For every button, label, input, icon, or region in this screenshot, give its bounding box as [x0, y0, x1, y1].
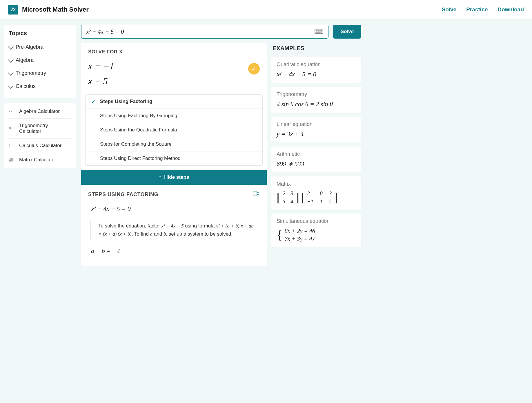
solution-line: x = −1 — [88, 59, 123, 74]
step-detail-heading: STEPS USING FACTORING — [88, 191, 158, 198]
step-method-factoring[interactable]: Steps Using Factoring — [86, 95, 262, 109]
calc-label: Trigonometry Calculator — [19, 123, 71, 134]
topic-algebra[interactable]: Algebra — [9, 54, 71, 67]
step-methods: Steps Using Factoring Steps Using Factor… — [85, 94, 263, 166]
example-math: x² − 4x − 5 = 0 — [277, 71, 356, 78]
theta-icon: θ — [9, 126, 15, 131]
results-panel: SOLVE FOR X x = −1 x = 5 ✓ Steps Using F… — [81, 43, 267, 266]
hide-steps-button[interactable]: ↑ Hide steps — [81, 170, 267, 185]
example-quadratic[interactable]: Quadratic equation x² − 4x − 5 = 0 — [271, 57, 361, 83]
topic-label: Calculus — [16, 83, 36, 89]
example-title: Quadratic equation — [277, 62, 356, 68]
example-simultaneous[interactable]: Simultaneous equation { 8x + 2y = 46 7x … — [271, 214, 361, 247]
chevron-down-icon — [8, 83, 14, 89]
step-method-direct-factoring[interactable]: Steps Using Direct Factoring Method — [86, 151, 262, 165]
nav-practice[interactable]: Practice — [466, 6, 488, 13]
step-method-quadratic[interactable]: Steps Using the Quadratic Formula — [86, 123, 262, 137]
examples-heading: EXAMPLES — [271, 43, 361, 52]
example-title: Simultaneous equation — [277, 218, 356, 224]
chevron-down-icon — [8, 70, 14, 76]
example-title: Linear equation — [277, 121, 356, 127]
equation-text: x² − 4x − 5 = 0 — [86, 28, 124, 35]
step-method-grouping[interactable]: Steps Using Factoring By Grouping — [86, 109, 262, 123]
example-linear[interactable]: Linear equation y = 3x + 4 — [271, 117, 361, 142]
calc-label: Matrix Calculator — [19, 157, 56, 163]
hide-steps-label: Hide steps — [164, 174, 189, 180]
example-math: y = 3x + 4 — [277, 130, 356, 138]
example-math: 4 sin θ cos θ = 2 sin θ — [277, 100, 356, 108]
topic-label: Pre-Algebra — [16, 44, 43, 50]
chevron-down-icon — [8, 44, 14, 50]
arrow-up-icon: ↑ — [159, 174, 161, 180]
x-squared-icon: x² — [9, 109, 15, 114]
example-arithmetic[interactable]: Arithmetic 699 ∗ 533 — [271, 147, 361, 172]
topic-trigonometry[interactable]: Trigonometry — [9, 67, 71, 80]
example-title: Trigonometry — [277, 91, 356, 97]
example-math: [ 23 54 ] [ 203 −115 ] — [277, 190, 356, 205]
step-equation: a + b = −4 — [91, 247, 260, 255]
example-math: 699 ∗ 533 — [277, 160, 356, 168]
step-detail: STEPS USING FACTORING x² − 4x − 5 = 0 To… — [81, 185, 267, 266]
calc-algebra[interactable]: x² Algebra Calculator — [9, 104, 71, 119]
solve-button[interactable]: Solve — [333, 25, 361, 39]
topic-pre-algebra[interactable]: Pre-Algebra — [9, 41, 71, 54]
solution-answers: x = −1 x = 5 — [88, 59, 123, 88]
matrix-icon: ▦ — [9, 157, 15, 162]
step-explanation: To solve the equation, factor x² − 4x − … — [90, 220, 257, 240]
integral-icon: ∫ — [9, 143, 15, 148]
example-math: { 8x + 2y = 46 7x + 3y = 47 — [277, 227, 356, 243]
calculators-panel: x² Algebra Calculator θ Trigonometry Cal… — [4, 103, 76, 168]
brand[interactable]: √x Microsoft Math Solver — [8, 5, 89, 15]
svg-rect-0 — [253, 191, 257, 196]
brand-logo: √x — [8, 5, 18, 15]
nav-solve[interactable]: Solve — [442, 6, 457, 13]
calc-label: Calculus Calculator — [19, 143, 61, 149]
step-equation: x² − 4x − 5 = 0 — [91, 205, 260, 213]
topic-label: Algebra — [16, 57, 34, 63]
example-matrix[interactable]: Matrix [ 23 54 ] [ 203 −115 ] — [271, 176, 361, 209]
topic-label: Trigonometry — [16, 70, 46, 76]
solution-heading: SOLVE FOR X — [88, 49, 123, 55]
header: √x Microsoft Math Solver Solve Practice … — [0, 0, 532, 19]
calc-label: Algebra Calculator — [19, 109, 60, 114]
nav-download[interactable]: Download — [497, 6, 524, 13]
nav-links: Solve Practice Download — [442, 6, 524, 13]
example-trig[interactable]: Trigonometry 4 sin θ cos θ = 2 sin θ — [271, 87, 361, 113]
example-title: Matrix — [277, 181, 356, 187]
check-icon: ✓ — [248, 63, 260, 75]
examples-panel: EXAMPLES Quadratic equation x² − 4x − 5 … — [271, 43, 361, 266]
topic-calculus[interactable]: Calculus — [9, 80, 71, 93]
speaker-icon[interactable] — [253, 191, 260, 198]
calc-trig[interactable]: θ Trigonometry Calculator — [9, 119, 71, 139]
equation-input[interactable]: x² − 4x − 5 = 0 ⌨ — [81, 25, 328, 39]
brand-title: Microsoft Math Solver — [22, 6, 89, 13]
step-method-complete-square[interactable]: Steps for Completing the Square — [86, 137, 262, 151]
example-title: Arithmetic — [277, 151, 356, 157]
topics-panel: Topics Pre-Algebra Algebra Trigonometry … — [4, 25, 76, 98]
topics-heading: Topics — [9, 30, 71, 37]
calc-matrix[interactable]: ▦ Matrix Calculator — [9, 153, 71, 167]
solution-line: x = 5 — [88, 74, 123, 88]
keyboard-icon[interactable]: ⌨ — [314, 28, 324, 35]
calc-calculus[interactable]: ∫ Calculus Calculator — [9, 139, 71, 153]
chevron-down-icon — [8, 57, 14, 63]
